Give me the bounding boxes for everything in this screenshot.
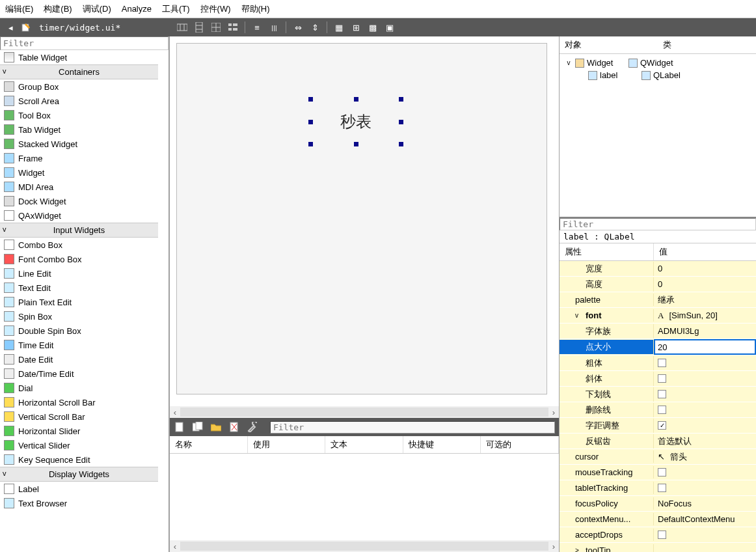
resize-handle[interactable] xyxy=(399,120,403,124)
widget-item[interactable]: MDI Area xyxy=(0,180,158,194)
property-checkbox[interactable] xyxy=(658,468,666,476)
action-col-used[interactable]: 使用 xyxy=(248,436,326,453)
property-filter-input[interactable] xyxy=(560,218,756,230)
scroll-left-icon[interactable]: ‹ xyxy=(170,542,180,551)
widget-item[interactable]: Font Combo Box xyxy=(0,252,158,266)
property-row[interactable]: acceptDrops xyxy=(560,527,756,543)
resize-handle[interactable] xyxy=(399,142,403,146)
widget-item[interactable]: Time Edit xyxy=(0,338,158,352)
scroll-right-icon[interactable]: › xyxy=(548,542,559,551)
form-widget[interactable]: 秒表 xyxy=(176,43,547,394)
configure-action-icon[interactable] xyxy=(247,421,258,433)
property-checkbox[interactable] xyxy=(658,406,666,414)
property-row[interactable]: vfontA[SimSun, 20] xyxy=(560,308,756,324)
widget-item[interactable]: Text Browser xyxy=(0,496,158,510)
layout-vbox-icon[interactable] xyxy=(193,21,205,33)
widget-item[interactable]: Dock Widget xyxy=(0,194,158,208)
menu-analyze[interactable]: Analyze xyxy=(122,4,152,14)
category-header[interactable]: vDisplay Widgets xyxy=(0,467,158,482)
break-layout-icon[interactable]: ▦ xyxy=(333,21,345,33)
resize-handle[interactable] xyxy=(308,97,313,102)
property-checkbox[interactable] xyxy=(658,484,666,492)
widget-item[interactable]: Group Box xyxy=(0,79,158,94)
adjust-size-icon[interactable]: ⊞ xyxy=(350,21,362,33)
property-checkbox[interactable]: ✓ xyxy=(658,421,666,430)
property-checkbox[interactable] xyxy=(658,359,666,367)
menu-help[interactable]: 帮助(H) xyxy=(241,3,270,15)
widget-item[interactable]: Text Edit xyxy=(0,281,158,295)
property-row[interactable]: 删除线 xyxy=(560,402,756,418)
object-tree-row[interactable]: vWidgetQWidget xyxy=(562,57,753,69)
canvas-h-scrollbar[interactable]: ‹ › xyxy=(170,406,559,418)
widget-item[interactable]: Scroll Area xyxy=(0,94,158,108)
layout-hbox-icon[interactable] xyxy=(176,21,188,33)
object-inspector-tree[interactable]: vWidgetQWidgetlabelQLabel xyxy=(560,54,756,217)
widget-item[interactable]: Table Widget xyxy=(0,50,158,64)
resize-handle[interactable] xyxy=(399,97,403,102)
property-checkbox[interactable] xyxy=(658,390,666,398)
layout-grid-icon[interactable] xyxy=(210,21,222,33)
resize-handle[interactable] xyxy=(354,142,358,146)
widget-item[interactable]: Double Spin Box xyxy=(0,324,158,338)
property-row[interactable]: 斜体 xyxy=(560,371,756,387)
property-row[interactable]: 字体族ADMUI3Lg xyxy=(560,324,756,339)
delete-action-icon[interactable] xyxy=(228,421,240,433)
property-row[interactable]: tabletTracking xyxy=(560,480,756,496)
folder-action-icon[interactable] xyxy=(210,421,222,433)
form-canvas[interactable]: 秒表 xyxy=(170,36,559,406)
copy-action-icon[interactable] xyxy=(192,421,204,433)
property-row[interactable]: 点大小 xyxy=(560,339,756,355)
selected-label-widget[interactable]: 秒表 xyxy=(314,109,398,135)
action-col-text[interactable]: 文本 xyxy=(325,436,403,453)
property-row[interactable]: 反锯齿首选默认 xyxy=(560,434,756,449)
widget-item[interactable]: Dial xyxy=(0,381,158,395)
widget-item[interactable]: Label xyxy=(0,482,158,496)
resize-handle[interactable] xyxy=(308,120,313,124)
menu-debug[interactable]: 调试(D) xyxy=(83,3,111,15)
property-row[interactable]: focusPolicyNoFocus xyxy=(560,496,756,512)
new-action-icon[interactable] xyxy=(174,421,185,433)
action-col-name[interactable]: 名称 xyxy=(170,436,248,453)
scroll-left-icon[interactable]: ‹ xyxy=(170,407,180,417)
property-row[interactable]: cursor↖箭头 xyxy=(560,449,756,465)
widget-item[interactable]: Stacked Widget xyxy=(0,137,158,151)
widgetbox-filter-input[interactable] xyxy=(0,36,169,50)
back-icon[interactable]: ◂ xyxy=(5,21,16,33)
widget-item[interactable]: Date/Time Edit xyxy=(0,366,158,381)
obj-col-class[interactable]: 类 xyxy=(658,36,756,53)
property-row[interactable]: >toolTip xyxy=(560,543,756,552)
widget-item[interactable]: Spin Box xyxy=(0,309,158,324)
property-table[interactable]: 宽度0高度0palette继承vfontA[SimSun, 20]字体族ADMU… xyxy=(560,261,756,552)
menu-edit[interactable]: 编辑(E) xyxy=(5,3,33,15)
property-row[interactable]: 字距调整✓ xyxy=(560,418,756,434)
widget-item[interactable]: Key Sequence Edit xyxy=(0,452,158,467)
prop-col-name[interactable]: 属性 xyxy=(560,243,654,260)
menu-widgets[interactable]: 控件(W) xyxy=(200,3,231,15)
resize-handle[interactable] xyxy=(354,97,358,102)
widget-item[interactable]: Plain Text Edit xyxy=(0,295,158,309)
widget-item[interactable]: Vertical Scroll Bar xyxy=(0,409,158,424)
property-row[interactable]: 高度0 xyxy=(560,277,756,292)
vsplit-icon[interactable]: ⫼ xyxy=(268,21,280,33)
property-checkbox[interactable] xyxy=(658,531,666,539)
layout-form-icon[interactable] xyxy=(227,21,239,33)
widget-item[interactable]: Tab Widget xyxy=(0,122,158,137)
scroll-right-icon[interactable]: › xyxy=(548,407,559,417)
menu-tools[interactable]: 工具(T) xyxy=(162,3,190,15)
grid-snap-icon[interactable]: ▩ xyxy=(367,21,379,33)
action-col-checkable[interactable]: 可选的 xyxy=(481,436,559,453)
widget-item[interactable]: Horizontal Slider xyxy=(0,424,158,438)
widget-item[interactable]: QAxWidget xyxy=(0,208,158,223)
property-value-input[interactable] xyxy=(654,339,756,355)
spacer-h-icon[interactable]: ⇔ xyxy=(292,21,304,33)
hsplit-icon[interactable]: ≡ xyxy=(251,21,263,33)
widget-item[interactable]: Vertical Slider xyxy=(0,438,158,452)
category-header[interactable]: vInput Widgets xyxy=(0,223,158,238)
property-row[interactable]: mouseTracking xyxy=(560,465,756,480)
category-header[interactable]: vContainers xyxy=(0,64,158,79)
action-h-scrollbar[interactable]: ‹ › xyxy=(170,540,559,552)
action-filter-input[interactable] xyxy=(270,421,555,434)
widget-item[interactable]: Tool Box xyxy=(0,108,158,122)
property-expand-icon[interactable]: > xyxy=(575,547,583,552)
property-row[interactable]: palette继承 xyxy=(560,292,756,308)
